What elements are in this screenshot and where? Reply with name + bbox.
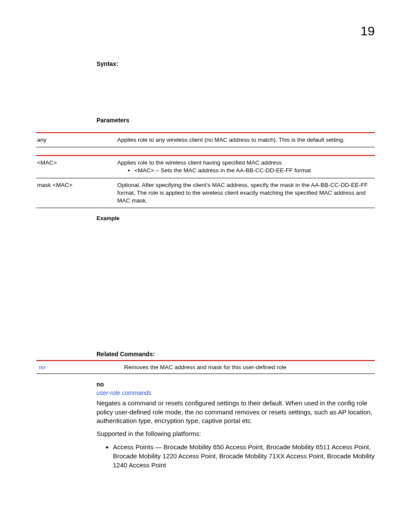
user-role-commands-link[interactable]: user-role commands (97, 389, 375, 396)
param-name: mask <MAC> (36, 178, 117, 208)
param-desc: Optional. After specifying the client's … (117, 178, 375, 208)
content-area: Syntax: Parameters any Applies role to a… (97, 60, 375, 470)
table-row: mask <MAC> Optional. After specifying th… (36, 178, 375, 208)
no-desc-em: no (196, 408, 203, 416)
supported-platforms-label: Supported in the following platforms: (97, 429, 375, 438)
related-command-link[interactable]: no (36, 361, 124, 374)
parameters-table-2: <MAC> Applies role to the wireless clien… (36, 155, 375, 208)
param-desc-line: Applies role to the wireless client havi… (117, 159, 282, 166)
param-name: <MAC> (36, 156, 117, 178)
platforms-list: Access Points — Brocade Mobility 650 Acc… (109, 442, 375, 470)
param-name: any (36, 133, 117, 147)
parameters-table-1: any Applies role to any wireless client … (36, 132, 375, 147)
no-description: Negates a command or resets configured s… (97, 399, 375, 425)
platform-bullet: Access Points — Brocade Mobility 650 Acc… (113, 442, 375, 470)
related-commands-table: no Removes the MAC address and mask for … (36, 360, 375, 374)
related-commands-heading: Related Commands: (97, 351, 375, 358)
syntax-heading: Syntax: (97, 60, 375, 67)
table-row: any Applies role to any wireless client … (36, 133, 375, 147)
param-desc: Applies role to the wireless client havi… (117, 156, 375, 178)
page: 19 Syntax: Parameters any Applies role t… (0, 0, 411, 532)
related-command-desc: Removes the MAC address and mask for thi… (124, 361, 375, 374)
chapter-number: 19 (361, 24, 375, 38)
example-heading: Example (97, 215, 375, 221)
table-row: <MAC> Applies role to the wireless clien… (36, 156, 375, 178)
parameters-heading: Parameters (97, 117, 375, 124)
no-heading: no (97, 381, 375, 388)
table-row: no Removes the MAC address and mask for … (36, 361, 375, 374)
param-desc-bullet: <MAC> – Sets the MAC address in the AA-B… (134, 167, 372, 174)
param-desc: Applies role to any wireless client (no … (117, 133, 375, 147)
